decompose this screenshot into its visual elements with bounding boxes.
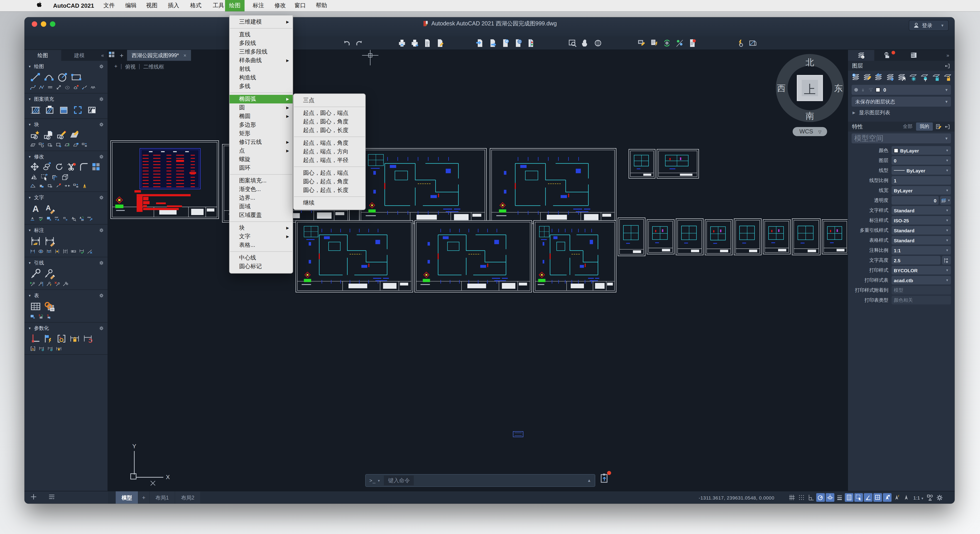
table-tool-icon[interactable] xyxy=(30,301,41,312)
status-toggle-polar[interactable] xyxy=(816,493,825,502)
find-text-tool-icon[interactable]: A xyxy=(71,216,76,221)
chevron-down-icon[interactable]: ▼ xyxy=(945,189,949,192)
draw-menu-item-图案填充...[interactable]: 图案填充... xyxy=(229,176,293,185)
palette-section-标注[interactable]: ▼标注 xyxy=(24,226,108,235)
design-feed-icon[interactable] xyxy=(675,38,684,48)
menubar-item-视图[interactable]: 视图 xyxy=(142,0,162,11)
zoom-window-button[interactable] xyxy=(50,21,55,27)
arc-submenu-item-圆心，起点，角度[interactable]: 圆心，起点，角度 xyxy=(294,177,365,186)
status-gear-button[interactable] xyxy=(935,493,944,502)
single-text-tool-icon[interactable]: A xyxy=(30,216,35,221)
menubar-item-窗口[interactable]: 窗口 xyxy=(290,0,310,11)
palette-tab-绘图[interactable]: 绘图 xyxy=(24,50,61,61)
wcs-dropdown[interactable]: WCS▽ xyxy=(792,127,827,136)
chevron-down-icon[interactable]: ▼ xyxy=(945,169,949,172)
引线-settings-icon[interactable] xyxy=(99,261,104,265)
hide-constraints-tool-icon[interactable] xyxy=(47,346,53,351)
collapse-triangle-icon[interactable]: ▼ xyxy=(28,155,31,158)
property-field-线宽[interactable]: ByLayer▼ xyxy=(891,186,951,195)
collapse-triangle-icon[interactable]: ▼ xyxy=(28,261,31,264)
multileader-tool-icon[interactable] xyxy=(30,268,41,280)
draw-menu-item-中心线[interactable]: 中心线 xyxy=(229,254,293,262)
menubar-item-帮助[interactable]: 帮助 xyxy=(312,0,331,11)
dim-break-tool-icon[interactable] xyxy=(87,249,92,254)
draw-menu-item-表格...[interactable]: 表格... xyxy=(229,241,293,250)
copy-tool-icon[interactable] xyxy=(42,162,52,172)
page-setup-icon[interactable] xyxy=(423,38,432,48)
chevron-down-icon[interactable]: ▼ xyxy=(945,229,949,232)
layer-freeze-icon[interactable] xyxy=(908,73,917,82)
dim-update-tool-icon[interactable] xyxy=(46,249,52,254)
text-update-tool-icon[interactable]: A xyxy=(79,216,84,221)
attr-save-tool-icon[interactable] xyxy=(47,142,53,148)
close-tab-icon[interactable]: × xyxy=(183,52,186,58)
collapse-triangle-icon[interactable]: ▼ xyxy=(28,123,31,126)
menubar-item-修改[interactable]: 修改 xyxy=(270,0,290,11)
draw-menu-item-样条曲线[interactable]: 样条曲线▶ xyxy=(229,56,293,65)
undo-icon[interactable] xyxy=(342,38,351,48)
join-rect-tool-icon[interactable] xyxy=(47,183,53,189)
show-constraints-tool-icon[interactable] xyxy=(30,346,36,351)
filter-mine-button[interactable]: 我的 xyxy=(916,122,933,131)
array-tool-icon[interactable] xyxy=(91,162,101,172)
draw-menu-item-圆[interactable]: 圆▶ xyxy=(229,103,293,112)
render-flash-icon[interactable] xyxy=(735,38,745,48)
offset-tool-icon[interactable] xyxy=(51,173,59,181)
status-toggle-grid[interactable] xyxy=(788,493,796,502)
properties-edit-icon[interactable] xyxy=(935,123,942,130)
leader-remove-tool-icon[interactable] xyxy=(54,281,60,287)
menubar-item-绘图[interactable]: 绘图 xyxy=(225,0,245,11)
line-tool-icon[interactable] xyxy=(30,72,41,83)
space-dropdown[interactable]: 模型空间▼ xyxy=(851,134,951,143)
attr-manager-tool-icon[interactable] xyxy=(38,142,45,148)
solid-edit-tool-icon[interactable] xyxy=(38,183,45,189)
dim-edit-tool-icon[interactable] xyxy=(44,235,55,247)
collapse-triangle-icon[interactable]: ▼ xyxy=(28,327,31,330)
pan-icon[interactable] xyxy=(581,38,590,48)
chevron-down-icon[interactable]: ▼ xyxy=(945,219,949,222)
arc-submenu-item-起点，端点，方向[interactable]: 起点，端点，方向 xyxy=(294,148,365,156)
data-link-tool-icon[interactable] xyxy=(44,301,55,312)
file-tabs-overview-icon[interactable] xyxy=(108,51,115,58)
compare-icon[interactable] xyxy=(526,38,535,48)
draw-menu-item-区域覆盖[interactable]: 区域覆盖 xyxy=(229,211,293,219)
status-toggle-annot-dot[interactable] xyxy=(883,493,891,502)
status-toggle-anglesnap[interactable] xyxy=(864,493,872,502)
layer-new-icon[interactable] xyxy=(851,73,860,82)
annotation-scale-control[interactable]: 1:1 ▼ xyxy=(913,495,924,500)
property-field-线型比例[interactable]: 1 xyxy=(891,176,951,184)
status-toggle-selwin[interactable] xyxy=(854,493,863,502)
table-style-tool-icon[interactable]: A xyxy=(30,314,35,319)
arc-submenu-item-起点，端点，角度[interactable]: 起点，端点，角度 xyxy=(294,139,365,148)
command-paste-icon[interactable] xyxy=(599,473,610,485)
spell-check-tool-icon[interactable]: ABC xyxy=(38,216,43,221)
hatch-edit-tool-icon[interactable] xyxy=(44,104,55,116)
collapse-triangle-icon[interactable]: ▼ xyxy=(28,65,31,68)
start-tab-grid-icon[interactable] xyxy=(108,51,115,60)
chevron-down-icon[interactable]: ▼ xyxy=(945,100,948,104)
draw-menu-item-构造线[interactable]: 构造线 xyxy=(229,73,293,82)
properties-panel-close-icon[interactable] xyxy=(945,124,950,130)
command-line[interactable]: >_ ▼ 键入命令 ▲ xyxy=(365,474,595,487)
join-tool-icon[interactable] xyxy=(64,183,70,189)
arc-submenu-item-起点，圆心，角度[interactable]: 起点，圆心，角度 xyxy=(294,118,365,126)
draw-menu-item-射线[interactable]: 射线 xyxy=(229,65,293,73)
leader-collect-tool-icon[interactable] xyxy=(63,281,68,287)
palette-collapse-button[interactable]: « xyxy=(97,50,108,61)
viewport-control-二维线框[interactable]: 二维线框 xyxy=(143,64,164,70)
draw-menu-item-点[interactable]: 点▶ xyxy=(229,146,293,155)
status-toggle-lineweight[interactable] xyxy=(835,493,844,502)
align-tool-icon[interactable] xyxy=(82,183,88,189)
chevron-down-icon[interactable]: ▼ xyxy=(945,159,949,162)
text-edit-tool-icon[interactable]: A xyxy=(44,203,55,214)
ellipse-arc-tool-icon[interactable] xyxy=(64,84,70,90)
rotate-tool-icon[interactable] xyxy=(54,162,64,172)
status-toggle-annot-flash[interactable] xyxy=(892,493,901,502)
rectangle-tool-icon[interactable] xyxy=(71,72,82,83)
palette-tab-建模[interactable]: 建模 xyxy=(61,50,97,61)
palette-section-引线[interactable]: ▼引线 xyxy=(24,259,108,267)
pdf-import-tool-icon[interactable]: PDFA xyxy=(54,216,60,221)
块-settings-icon[interactable] xyxy=(99,122,104,127)
标注-settings-icon[interactable] xyxy=(99,228,104,233)
linear-dim-tool-icon[interactable] xyxy=(30,249,35,254)
